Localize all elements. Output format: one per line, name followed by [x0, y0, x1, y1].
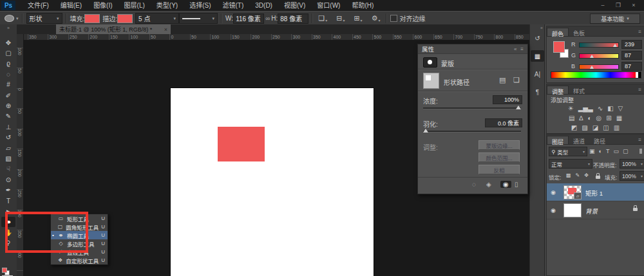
ellipse-tool-item[interactable]: ● 椭圆工具 U [51, 231, 108, 239]
healing-brush-tool[interactable]: ⊕ [1, 100, 15, 111]
menu-item[interactable]: 3D(D) [249, 1, 278, 11]
close-button[interactable]: × [626, 0, 641, 10]
apply-mask-icon[interactable]: ◈ [486, 181, 491, 188]
levels-icon[interactable]: ▂▅▃ [578, 104, 593, 113]
clone-stamp-tool[interactable]: ⊥ [1, 122, 15, 132]
tab-swatches[interactable]: 色板 [569, 28, 589, 36]
workspace-switcher[interactable]: 基本功能 [590, 14, 640, 24]
path-operations-icon[interactable]: ❏▾ [316, 14, 329, 23]
menu-item[interactable]: 类型(Y) [151, 1, 184, 11]
close-icon[interactable]: × [164, 26, 167, 33]
layer-row-background[interactable]: ◉ 背景 [547, 201, 644, 219]
menu-item[interactable]: 图像(I) [88, 1, 118, 11]
feather-value[interactable]: 0.0 像素 [485, 118, 522, 127]
green-slider[interactable] [579, 53, 619, 59]
invert-icon[interactable]: ◩ [571, 124, 577, 132]
restore-button[interactable]: ❐ [611, 0, 626, 10]
path-frame-icon[interactable]: ❏ [513, 76, 520, 84]
tab-layers[interactable]: 图层 [547, 136, 569, 144]
shape-width-input[interactable]: 116 像素 [233, 14, 264, 24]
invert-button[interactable]: 反相 [478, 165, 520, 174]
minimize-button[interactable]: – [595, 0, 611, 10]
lock-paint-icon[interactable]: ✎ [576, 172, 580, 178]
panel-menu-icon[interactable]: ≡ [638, 29, 644, 36]
ellipse-tool[interactable]: ● [1, 217, 15, 227]
feather-slider-thumb[interactable] [423, 129, 428, 133]
color-lookup-icon[interactable]: ▦ [616, 114, 622, 122]
blue-slider-thumb[interactable] [590, 66, 594, 69]
red-value[interactable]: 239 [621, 40, 642, 49]
load-selection-icon[interactable]: ◌ [472, 181, 476, 188]
feather-slider[interactable] [423, 131, 521, 133]
eye-icon[interactable]: ◉ [551, 189, 556, 196]
blue-value[interactable]: 87 [621, 62, 642, 71]
paragraph-panel-icon[interactable]: ¶ [531, 86, 544, 98]
gear-icon[interactable]: ⚙▾ [370, 14, 383, 23]
lock-move-icon[interactable]: ✥ [584, 172, 589, 178]
collapse-panel-icon[interactable]: « [514, 46, 516, 52]
visibility-eye-icon[interactable]: ◉ [500, 181, 511, 188]
stroke-width-select[interactable]: 5 点 [135, 13, 179, 24]
shape-path-thumbnail[interactable] [423, 73, 439, 89]
document-canvas[interactable] [171, 88, 374, 276]
panel-menu-icon[interactable]: ≡ [520, 46, 524, 52]
color-balance-icon[interactable]: ∆ [579, 114, 583, 122]
green-slider-thumb[interactable] [590, 55, 594, 58]
vibrance-icon[interactable]: ▽ [618, 104, 623, 113]
path-arrangement-icon[interactable]: ⊞▾ [352, 14, 364, 23]
zoom-tool[interactable]: ⚲ [1, 238, 15, 248]
line-tool-item[interactable]: ∕ 直线工具 U [51, 248, 108, 256]
menu-item[interactable]: 图层(L) [118, 1, 151, 11]
tab-adjustments[interactable]: 调整 [547, 86, 569, 94]
density-value[interactable]: 100% [493, 95, 522, 104]
density-slider-thumb[interactable] [516, 106, 521, 109]
layer-row-rectangle[interactable]: ◉ ▱ 矩形 1 [547, 183, 644, 201]
layer-thumbnail[interactable] [564, 203, 582, 217]
color-range-button[interactable]: 颜色范围... [478, 152, 520, 162]
panel-menu-icon[interactable]: ≡ [638, 87, 644, 94]
smart-object-filter-icon[interactable]: ▢ [623, 148, 629, 154]
exposure-icon[interactable]: ◧ [607, 104, 613, 113]
shape-filter-icon[interactable]: ▭ [613, 148, 619, 154]
rectangle-tool-item[interactable]: ▭ 矩形工具 U [51, 214, 108, 223]
density-slider[interactable] [423, 107, 521, 109]
layer-name[interactable]: 背景 [585, 207, 598, 216]
align-edges-checkbox[interactable] [390, 15, 397, 22]
tab-paths[interactable]: 路径 [589, 136, 610, 144]
quick-selection-tool[interactable]: ◌ [1, 69, 15, 79]
dodge-tool[interactable]: ⊙ [1, 174, 15, 185]
mini-foreground-swatch[interactable] [2, 268, 7, 273]
filter-toggle[interactable] [639, 149, 642, 154]
hue-saturation-icon[interactable]: ▤ [569, 114, 574, 122]
gradient-tool[interactable]: ▧ [1, 153, 15, 163]
fill-color-swatch[interactable] [84, 14, 100, 23]
type-filter-icon[interactable]: T [606, 148, 610, 154]
black-white-icon[interactable]: ◐ [587, 114, 591, 122]
history-panel-icon[interactable]: ↺ [531, 32, 544, 44]
menu-item[interactable]: 视图(V) [278, 1, 311, 11]
blend-mode-select[interactable]: 正常 [549, 159, 592, 169]
menu-item[interactable]: 文件(F) [22, 1, 55, 11]
collapse-toolbar-chevrons[interactable]: » [0, 24, 17, 32]
tab-channels[interactable]: 通道 [569, 136, 589, 144]
photo-filter-icon[interactable]: ◎ [596, 114, 602, 122]
type-tool[interactable]: T [1, 196, 15, 206]
adjustment-filter-icon[interactable]: ◐ [599, 148, 602, 154]
align-edges-option[interactable]: 对齐边缘 [390, 14, 426, 23]
eyedropper-tool[interactable]: ✐ [1, 90, 15, 100]
lasso-tool[interactable]: ϱ [1, 59, 15, 69]
link-dimensions-icon[interactable]: ∞ [264, 15, 271, 22]
blue-slider[interactable] [579, 64, 619, 69]
document-tab[interactable]: 未标题-1 @ 100% (矩形 1, RGB/8) * × [56, 24, 171, 34]
fill-select[interactable]: 100% [620, 171, 644, 181]
opacity-select[interactable]: 100% [620, 159, 644, 169]
pen-tool[interactable]: ✒ [1, 185, 15, 196]
red-rectangle-shape[interactable] [218, 127, 265, 161]
custom-shape-tool-item[interactable]: ❖ 自定形状工具 U [51, 256, 108, 264]
path-alignment-icon[interactable]: ⊟▾ [334, 14, 346, 23]
blur-tool[interactable]: ☟ [1, 164, 15, 174]
brush-tool[interactable]: ✎ [1, 111, 15, 122]
current-tool-preview[interactable]: ▾ [5, 15, 19, 22]
properties-panel-icon[interactable]: ▦ [531, 50, 544, 62]
properties-panel-header[interactable]: 属性 « ≡ [418, 44, 527, 54]
